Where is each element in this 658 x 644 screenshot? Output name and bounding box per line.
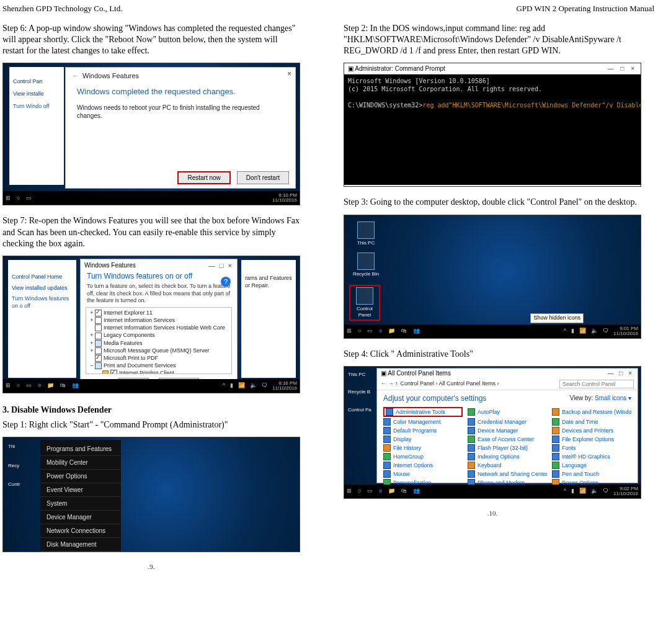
cp-item[interactable]: Indexing Options [468, 453, 547, 460]
dont-restart-button[interactable]: Don't restart [237, 171, 289, 184]
search-input[interactable] [559, 380, 634, 388]
cp-item[interactable]: Device Manager [468, 427, 547, 434]
feature-item[interactable]: Print and Document Services [104, 362, 176, 369]
recycle-bin-icon[interactable]: Recycle Bin [350, 253, 381, 277]
cp-item[interactable]: Internet Options [383, 462, 463, 469]
edge-icon[interactable]: e [38, 382, 41, 390]
battery-icon[interactable]: ▮ [230, 382, 233, 390]
cp-item[interactable]: Backup and Restore (Windows 7) [552, 407, 631, 417]
winx-item[interactable]: Mobility Center [40, 456, 121, 470]
cortana-icon[interactable]: ○ [358, 328, 361, 335]
this-pc-icon[interactable]: This PC [350, 221, 381, 246]
help-icon[interactable]: ? [221, 277, 231, 287]
wifi-icon[interactable]: 📶 [579, 488, 586, 495]
cp-item[interactable]: Administrative Tools [383, 407, 463, 417]
breadcrumb[interactable]: Control Panel › All Control Panel Items … [401, 380, 499, 388]
winx-item[interactable]: System [40, 497, 121, 511]
battery-icon[interactable]: ▮ [571, 328, 574, 335]
nav-arrows[interactable]: ← → ↑ [381, 380, 398, 388]
cortana-icon[interactable]: ○ [358, 488, 361, 495]
back-icon[interactable]: ← [72, 71, 79, 80]
start-icon[interactable]: ⊞ [347, 328, 352, 335]
window-controls[interactable]: — □ × [208, 261, 233, 270]
action-center-icon[interactable]: 🗨 [262, 382, 267, 390]
feature-item[interactable]: Internet Printing Client [119, 370, 174, 374]
taskview-icon[interactable]: ▭ [367, 328, 373, 335]
store-icon[interactable]: 🛍 [60, 382, 66, 390]
taskview-icon[interactable]: ▭ [26, 382, 32, 390]
cp-item[interactable]: Credential Manager [468, 418, 547, 426]
cp-item[interactable]: File Explorer Options [552, 436, 631, 443]
explorer-icon[interactable]: 📁 [47, 382, 54, 390]
start-icon[interactable]: ⊞ [6, 195, 11, 202]
cp-item[interactable]: AutoPlay [468, 407, 547, 417]
cp-item[interactable]: Keyboard [468, 462, 547, 469]
cp-item[interactable]: Date and Time [552, 418, 631, 426]
cmd-title: ▣ Administrator: Command Prompt [348, 65, 445, 73]
winx-item[interactable]: Device Manager [40, 511, 121, 524]
cp-item[interactable]: Default Programs [383, 427, 463, 434]
action-center-icon[interactable]: 🗨 [603, 328, 608, 335]
feature-item[interactable]: Microsoft Message Queue (MSMQ) Server [104, 347, 210, 354]
volume-icon[interactable]: 🔈 [591, 488, 598, 495]
start-icon[interactable]: ⊞ [347, 488, 352, 495]
close-icon[interactable]: × [287, 69, 291, 79]
cp-item[interactable]: Flash Player (32-bit) [468, 444, 547, 452]
terminal-area[interactable]: Microsoft Windows [Version 10.0.10586] (… [344, 74, 641, 185]
cp-item[interactable]: Devices and Printers [552, 427, 631, 434]
edge-icon[interactable]: e [379, 328, 382, 335]
feature-item[interactable]: Media Features [104, 340, 143, 346]
window-controls[interactable]: — □ × [608, 65, 637, 73]
explorer-icon[interactable]: 📁 [388, 328, 395, 335]
people-icon[interactable]: 👥 [413, 488, 420, 495]
cp-item[interactable]: Display [383, 436, 463, 443]
tray-chevron-icon[interactable]: ^ [223, 382, 225, 390]
cp-item[interactable]: Network and Sharing Center [468, 470, 547, 478]
winx-menu[interactable]: Programs and FeaturesMobility CenterPowe… [40, 440, 121, 552]
feature-item[interactable]: Internet Information Services [104, 317, 175, 323]
cortana-icon[interactable]: ○ [17, 195, 20, 202]
cp-item[interactable]: Fonts [552, 444, 631, 452]
store-icon[interactable]: 🛍 [401, 328, 407, 335]
battery-icon[interactable]: ▮ [571, 488, 574, 495]
wifi-icon[interactable]: 📶 [238, 382, 245, 390]
tray-chevron-icon[interactable]: ^ [564, 328, 566, 335]
taskview-icon[interactable]: ▭ [367, 488, 373, 495]
cp-item[interactable]: Color Management [383, 418, 463, 426]
cortana-icon[interactable]: ○ [17, 382, 20, 390]
winx-item[interactable]: Power Options [40, 470, 121, 483]
cp-item[interactable]: Intel® HD Graphics [552, 453, 631, 460]
restart-now-button[interactable]: Restart now [177, 171, 230, 184]
winx-item[interactable]: Computer Management [40, 552, 121, 552]
features-tree[interactable]: +Internet Explorer 11+Internet Informati… [86, 307, 232, 374]
taskview-icon[interactable]: ▭ [26, 195, 32, 202]
explorer-icon[interactable]: 📁 [388, 488, 395, 495]
people-icon[interactable]: 👥 [72, 382, 79, 390]
feature-item[interactable]: Microsoft Print to PDF [104, 355, 158, 361]
cp-item[interactable]: Language [552, 462, 631, 469]
cp-item[interactable]: Pen and Touch [552, 470, 631, 478]
start-icon[interactable]: ⊞ [6, 382, 11, 390]
wifi-icon[interactable]: 📶 [579, 328, 586, 335]
cp-item[interactable]: Ease of Access Center [468, 436, 547, 443]
people-icon[interactable]: 👥 [413, 328, 420, 335]
winx-item[interactable]: Network Connections [40, 524, 121, 538]
feature-item[interactable]: Legacy Components [104, 332, 155, 338]
window-controls[interactable]: — □ × [608, 369, 634, 377]
store-icon[interactable]: 🛍 [401, 488, 407, 495]
viewby-dropdown[interactable]: Small icons ▾ [595, 395, 631, 401]
winx-item[interactable]: Disk Management [40, 538, 121, 552]
feature-item[interactable]: Internet Information Services Hostable W… [104, 324, 225, 331]
tray-chevron-icon[interactable]: ^ [564, 488, 566, 495]
cp-item[interactable]: Mouse [383, 470, 463, 478]
volume-icon[interactable]: 🔈 [591, 328, 598, 335]
cp-item[interactable]: HomeGroup [383, 453, 463, 460]
cp-item[interactable]: File History [383, 444, 463, 452]
winx-item[interactable]: Programs and Features [40, 442, 121, 456]
action-center-icon[interactable]: 🗨 [603, 488, 608, 495]
winx-item[interactable]: Event Viewer [40, 483, 121, 497]
control-panel-icon[interactable]: Control Panel [349, 285, 380, 321]
feature-item[interactable]: Internet Explorer 11 [104, 310, 153, 316]
edge-icon[interactable]: e [379, 488, 382, 495]
volume-icon[interactable]: 🔈 [250, 382, 257, 390]
